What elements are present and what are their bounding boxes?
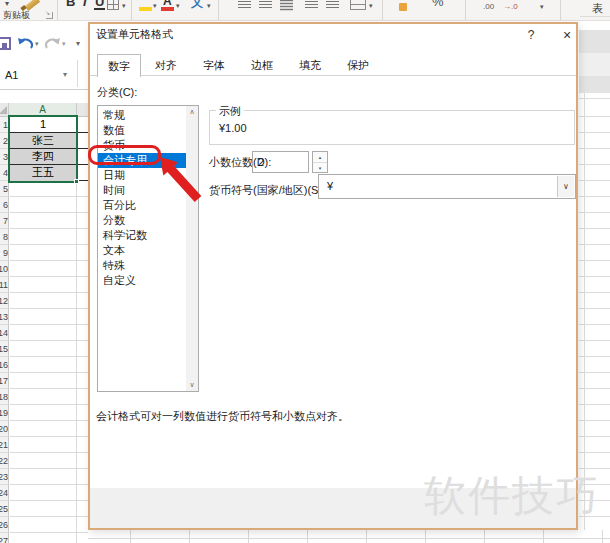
ribbon-separator — [465, 0, 466, 20]
category-date[interactable]: 日期 — [98, 168, 186, 183]
gridline — [366, 530, 367, 543]
cell-a2[interactable]: 张三 — [10, 133, 76, 149]
name-box[interactable]: A1 — [5, 69, 18, 81]
fill-color-icon[interactable] — [139, 7, 152, 11]
category-special[interactable]: 特殊 — [98, 258, 186, 273]
column-header-a[interactable]: A — [9, 103, 76, 117]
align-center-icon[interactable] — [326, 0, 339, 9]
cell-a3[interactable]: 李四 — [10, 149, 76, 165]
currency-symbol-value: ¥ — [327, 180, 333, 192]
gridline — [425, 530, 426, 543]
number-format-dropdown-icon[interactable]: ▾ — [540, 3, 544, 11]
cell-border-stub — [76, 164, 88, 165]
quick-access-toolbar: ▾ ▾ ▾ — [0, 34, 88, 56]
category-time[interactable]: 时间 — [98, 183, 186, 198]
paste-dropdown-icon[interactable]: ▾ — [5, 0, 9, 8]
cell-a4[interactable]: 王五 — [10, 165, 76, 181]
help-icon[interactable]: ? — [520, 26, 542, 44]
close-icon[interactable]: × — [556, 26, 578, 44]
phonetic-dropdown-icon[interactable]: ▾ — [207, 2, 211, 10]
tab-number[interactable]: 数字 — [97, 54, 141, 77]
scroll-up-icon[interactable]: ∧ — [186, 108, 198, 116]
clipboard-group-label: 剪贴板 — [3, 9, 30, 22]
category-scientific[interactable]: 科学记数 — [98, 228, 186, 243]
listbox-scrollbar[interactable]: ∧ ∨ — [186, 106, 198, 391]
italic-icon[interactable]: I — [83, 0, 87, 9]
align-middle-icon[interactable] — [259, 0, 272, 9]
cell-border-stub — [76, 132, 88, 133]
cell-border-stub — [76, 148, 88, 149]
clipboard-dialog-launcher-icon[interactable]: ↘ — [46, 12, 53, 19]
format-cells-dialog: 设置单元格格式 ? × 数字 对齐 字体 边框 填充 保护 分类(C): 常规 … — [88, 22, 578, 530]
annotation-highlight-box — [88, 145, 161, 165]
spinner-up-icon[interactable]: ▴ — [313, 152, 327, 162]
undo-dropdown-icon[interactable]: ▾ — [35, 40, 39, 48]
dropdown-chevron-icon[interactable]: ∨ — [557, 176, 574, 197]
phonetic-guide-icon[interactable]: 乂 — [191, 0, 203, 11]
borders-dropdown-icon[interactable]: ▾ — [122, 2, 126, 10]
align-bottom-icon[interactable] — [280, 0, 293, 11]
decimal-places-spinner: ▴ ▾ — [312, 151, 328, 173]
undo-icon[interactable] — [16, 37, 34, 51]
gridline-column-boundary — [76, 181, 77, 543]
bold-icon[interactable]: B — [66, 0, 75, 9]
excel-window: ▾ 剪贴板 ↘ B I U ▾ ▾ A ▾ 乂 ▾ ▾ % .00 →.0 ▾ — [0, 0, 610, 543]
cell-a1[interactable]: 1 — [10, 117, 76, 133]
redo-dropdown-icon[interactable]: ▾ — [62, 40, 66, 48]
name-box-dropdown-icon[interactable]: ▾ — [63, 70, 67, 79]
tab-font[interactable]: 字体 — [191, 54, 237, 76]
category-text[interactable]: 文本 — [98, 243, 186, 258]
ribbon-separator — [57, 0, 58, 20]
spinner-down-icon[interactable]: ▾ — [313, 163, 327, 173]
right-sliver-block — [579, 53, 610, 76]
sample-value: ¥1.00 — [219, 122, 247, 134]
tab-fill[interactable]: 填充 — [287, 54, 333, 76]
merge-dropdown-icon[interactable]: ▾ — [369, 2, 373, 10]
scroll-down-icon[interactable]: ∨ — [186, 381, 198, 389]
category-number[interactable]: 数值 — [98, 123, 186, 138]
column-header-b[interactable] — [76, 103, 88, 117]
percent-style-icon[interactable]: % — [432, 0, 444, 9]
name-box-row: A1 ▾ — [0, 58, 88, 90]
accounting-format-icon[interactable] — [399, 3, 407, 11]
fill-color-dropdown-icon[interactable]: ▾ — [153, 2, 157, 10]
gridline — [602, 530, 603, 543]
category-general[interactable]: 常规 — [98, 108, 186, 123]
category-fraction[interactable]: 分数 — [98, 213, 186, 228]
sheet-right-sliver — [579, 22, 610, 543]
table-group-label: 表 — [592, 1, 603, 16]
gridline — [130, 530, 131, 543]
select-all-corner[interactable] — [0, 103, 9, 117]
gridline — [88, 538, 610, 539]
merge-center-icon[interactable] — [350, 0, 366, 10]
category-custom[interactable]: 自定义 — [98, 273, 186, 288]
decrease-decimal-icon[interactable]: →.0 — [503, 2, 518, 11]
font-color-icon[interactable] — [161, 7, 174, 11]
currency-symbol-dropdown[interactable]: ¥ ∨ — [318, 174, 576, 199]
borders-icon[interactable] — [107, 0, 119, 10]
ribbon-separator — [131, 0, 132, 20]
align-top-icon[interactable] — [238, 0, 251, 9]
currency-symbol-label: 货币符号(国家/地区)(S): — [209, 183, 325, 198]
save-icon[interactable] — [0, 37, 11, 50]
gridline — [248, 530, 249, 543]
fill-handle[interactable] — [74, 179, 79, 184]
sheet-bottom-sliver — [88, 530, 610, 543]
redo-icon[interactable] — [44, 37, 62, 51]
align-left-icon[interactable] — [305, 0, 318, 9]
font-color-dropdown-icon[interactable]: ▾ — [176, 2, 180, 10]
ribbon-strip: ▾ 剪贴板 ↘ B I U ▾ ▾ A ▾ 乂 ▾ ▾ % .00 →.0 ▾ — [0, 0, 610, 21]
row-number-gutter[interactable]: 1234567891011121314151617181920212223242… — [0, 117, 9, 543]
category-percentage[interactable]: 百分比 — [98, 198, 186, 213]
increase-decimal-icon[interactable]: .00 — [483, 2, 494, 11]
sample-group-label: 示例 — [216, 104, 244, 119]
accounting-description: 会计格式可对一列数值进行货币符号和小数点对齐。 — [96, 409, 349, 424]
qat-customize-icon[interactable]: ▾ — [76, 39, 80, 48]
tab-border[interactable]: 边框 — [239, 54, 285, 76]
tab-protection[interactable]: 保护 — [335, 54, 381, 76]
ribbon-separator — [218, 0, 219, 20]
tab-alignment[interactable]: 对齐 — [143, 54, 189, 76]
watermark-text: 软件技巧 — [424, 468, 600, 524]
decimal-places-input[interactable]: 2 — [252, 151, 309, 173]
dialog-title: 设置单元格格式 — [96, 27, 173, 42]
